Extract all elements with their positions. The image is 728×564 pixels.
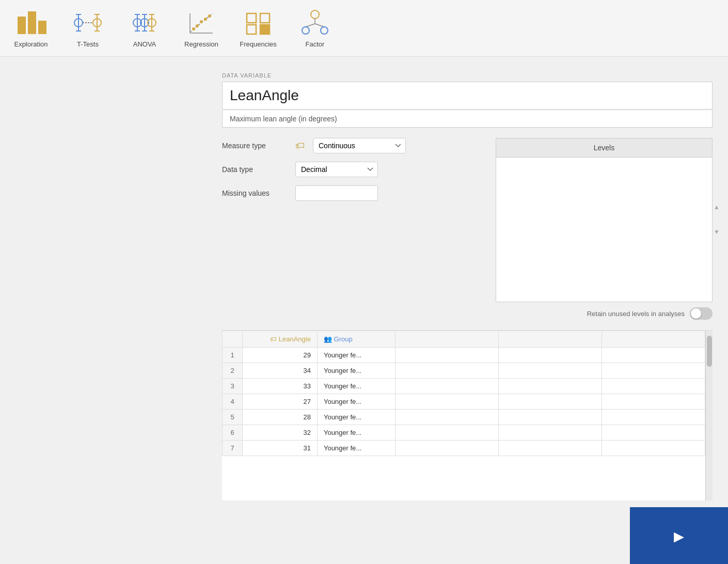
svg-point-36 (311, 10, 319, 19)
table-row: 4 27 Younger fe... (223, 394, 705, 410)
svg-rect-32 (247, 13, 256, 23)
toolbar-item-factor[interactable]: Factor (294, 9, 336, 48)
retain-row: Retain unused levels in analyses (222, 307, 713, 320)
scroll-up-icon[interactable]: ▲ (714, 203, 720, 211)
group-header[interactable]: 👥 Group (317, 331, 395, 348)
levels-header: Levels (496, 138, 713, 158)
cell-group: Younger fe... (317, 441, 395, 456)
svg-point-25 (192, 27, 195, 30)
table-inner: 🏷 LeanAngle 👥 Group (222, 331, 705, 500)
cell-empty-1 (395, 379, 499, 394)
measure-type-label: Measure type (222, 142, 289, 150)
cell-leanangle: 28 (243, 410, 318, 425)
cell-empty-3 (602, 348, 705, 363)
blue-panel-icon: ▸ (674, 524, 684, 547)
table-row: 7 31 Younger fe... (223, 441, 705, 456)
toolbar-item-anova[interactable]: ANOVA (124, 9, 165, 48)
form-and-levels: Measure type 🏷 Continuous Ordinal Nomina… (222, 138, 713, 302)
retain-toggle[interactable] (690, 307, 713, 320)
svg-point-27 (200, 20, 203, 23)
variable-description[interactable]: Maximum lean angle (in degrees) (222, 111, 713, 128)
table-row: 1 29 Younger fe... (223, 348, 705, 363)
data-variable-section: DATA VARIABLE LeanAngle Maximum lean ang… (222, 72, 713, 320)
missing-values-label: Missing values (222, 189, 289, 197)
variable-name[interactable]: LeanAngle (222, 82, 713, 109)
levels-section: Levels ▲ ▼ (496, 138, 713, 302)
anova-icon (129, 9, 160, 37)
cell-empty-2 (499, 410, 602, 425)
scroll-down-icon[interactable]: ▼ (714, 228, 720, 236)
regression-label: Regression (184, 40, 218, 48)
section-label: DATA VARIABLE (222, 72, 713, 79)
svg-point-28 (204, 18, 207, 21)
svg-rect-34 (247, 25, 256, 34)
toolbar-item-frequencies[interactable]: Frequencies (238, 9, 279, 48)
row-number: 5 (223, 410, 243, 425)
svg-rect-0 (18, 17, 26, 34)
retain-label: Retain unused levels in analyses (587, 310, 685, 318)
toolbar-item-ttests[interactable]: T-Tests (67, 9, 108, 48)
row-num-header (223, 331, 243, 348)
cell-empty-2 (499, 425, 602, 441)
cell-empty-2 (499, 363, 602, 379)
empty-col-3 (602, 331, 705, 348)
regression-icon (186, 9, 217, 37)
cell-empty-1 (395, 410, 499, 425)
leanangle-header[interactable]: 🏷 LeanAngle (243, 331, 318, 348)
data-type-select[interactable]: Decimal Integer Text (295, 162, 378, 177)
row-number: 2 (223, 363, 243, 379)
missing-values-input[interactable] (295, 185, 378, 201)
cell-leanangle: 29 (243, 348, 318, 363)
svg-point-26 (196, 24, 199, 27)
svg-line-38 (306, 24, 315, 27)
exploration-icon (15, 9, 46, 37)
cell-empty-2 (499, 348, 602, 363)
toolbar-item-exploration[interactable]: Exploration (10, 9, 52, 48)
left-panel (0, 57, 207, 564)
main-area: DATA VARIABLE LeanAngle Maximum lean ang… (0, 57, 728, 564)
svg-point-41 (321, 27, 328, 34)
leanangle-col-icon: 🏷 (270, 335, 279, 343)
group-col-icon: 👥 (324, 335, 334, 343)
table-row: 5 28 Younger fe... (223, 410, 705, 425)
table-scrollbar[interactable] (705, 331, 713, 500)
measure-type-select[interactable]: Continuous Ordinal Nominal ID (313, 138, 406, 153)
toolbar-item-regression[interactable]: Regression (181, 9, 222, 48)
cell-group: Younger fe... (317, 410, 395, 425)
factor-label: Factor (306, 40, 325, 48)
scrollbar-thumb (707, 336, 712, 367)
cell-group: Younger fe... (317, 425, 395, 441)
svg-rect-1 (28, 11, 36, 34)
cell-empty-1 (395, 425, 499, 441)
factor-icon (299, 9, 330, 37)
cell-empty-3 (602, 425, 705, 441)
table-row: 2 34 Younger fe... (223, 363, 705, 379)
empty-col-2 (499, 331, 602, 348)
cell-empty-3 (602, 394, 705, 410)
form-section: Measure type 🏷 Continuous Ordinal Nomina… (222, 138, 485, 302)
ttests-label: T-Tests (77, 40, 99, 48)
svg-line-39 (315, 24, 324, 27)
empty-col-1 (395, 331, 499, 348)
cell-empty-1 (395, 348, 499, 363)
table-body: 1 29 Younger fe... 2 34 Younger fe... 3 … (223, 348, 705, 456)
row-number: 7 (223, 441, 243, 456)
cell-group: Younger fe... (317, 363, 395, 379)
svg-point-40 (302, 27, 309, 34)
row-number: 3 (223, 379, 243, 394)
anova-label: ANOVA (133, 40, 156, 48)
row-number: 1 (223, 348, 243, 363)
cell-empty-3 (602, 441, 705, 456)
row-number: 4 (223, 394, 243, 410)
cell-empty-1 (395, 394, 499, 410)
toolbar: Exploration T-Tests (0, 0, 728, 57)
levels-body (496, 158, 713, 302)
data-table-area: 🏷 LeanAngle 👥 Group (222, 330, 713, 500)
cell-empty-2 (499, 379, 602, 394)
ttests-icon (72, 9, 103, 37)
table-row: 6 32 Younger fe... (223, 425, 705, 441)
cell-empty-2 (499, 441, 602, 456)
center-panel: DATA VARIABLE LeanAngle Maximum lean ang… (207, 57, 728, 564)
cell-group: Younger fe... (317, 379, 395, 394)
cell-leanangle: 27 (243, 394, 318, 410)
